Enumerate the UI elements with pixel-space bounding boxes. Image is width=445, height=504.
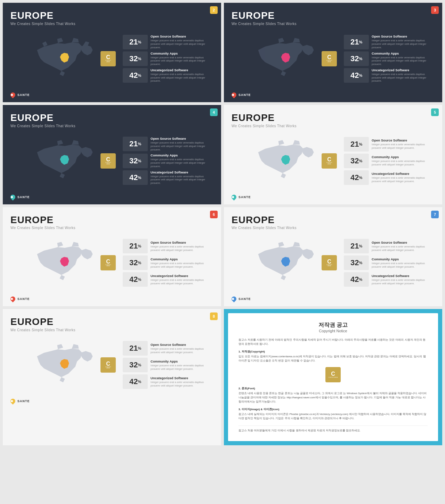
stats-area-4: 21% Open Source Software Integer posuere… xyxy=(344,137,435,185)
slide-footer-4: SANTE xyxy=(232,193,435,200)
location-icon-1 xyxy=(9,91,16,98)
copyright-panel: 저작권 공고 Copyright Notice 컴고스 저료를 사용하기 전에 … xyxy=(224,309,442,445)
copyright-section1-title: 1. 저작권(Copyright) xyxy=(238,350,428,353)
slide-title-2: EUROPE xyxy=(232,10,435,21)
slide-number-2: 3 xyxy=(431,6,439,14)
slide-5: 6 EUROPE We Creates Simple Slides That W… xyxy=(3,207,221,307)
stat-box-1-0: 21% xyxy=(123,35,148,49)
copyright-inner: 저작권 공고 Copyright Notice 컴고스 저료를 사용하기 전에 … xyxy=(228,313,438,441)
location-icon-7 xyxy=(9,398,16,405)
slide-number-3: 4 xyxy=(210,108,218,116)
copyright-footer: 컴고스 처용 여러분들에게 가진 이에서 사항을 원하여서 제공된 자료의 저작… xyxy=(238,425,428,433)
stats-area-2: 21% Open Source Software Integer posuere… xyxy=(344,34,435,83)
slide-number-1: 2 xyxy=(210,6,218,14)
copyright-logo-badge: C CONTENT AREA xyxy=(325,367,341,382)
copyright-section-2: 2. 폰트(Font) 컨텐츠 내에 사용된 전용 폰트는 한글 폰트는 나눔 … xyxy=(238,387,428,404)
slide-number-7: 8 xyxy=(210,312,218,320)
stats-area-3: 21% Open Source Software Integer posuere… xyxy=(123,137,213,185)
slide-subtitle-6: We Creates Simple Slides That Works xyxy=(232,226,435,230)
slide-title-7: EUROPE xyxy=(10,317,213,327)
slide-title-4: EUROPE xyxy=(232,113,435,123)
map-area-3: C CONTENTAREA xyxy=(10,131,119,190)
slide-footer-6: SANTE xyxy=(232,295,435,301)
copyright-section2-title: 2. 폰트(Font) xyxy=(238,387,428,390)
slide-title-3: EUROPE xyxy=(10,113,213,123)
slide-2: 3 EUROPE We Creates Simple Slides That W… xyxy=(224,3,442,102)
stat-box-1-1: 32% xyxy=(123,51,148,66)
logo-badge-2: C CONTENTAREA xyxy=(322,51,337,66)
stats-area-7: 21% Open Source Software Integer posuere… xyxy=(123,341,213,389)
slide-subtitle-2: We Creates Simple Slides That Works xyxy=(232,22,435,26)
stats-area-5: 21% Open Source Software Integer posuere… xyxy=(123,239,213,287)
slide-footer-3: SANTE xyxy=(10,193,213,200)
copyright-section1-body: 입도 모든 자료는 컴페이지(www.contentarea.co.kr)에 저… xyxy=(238,355,428,363)
slide-footer-2: SANTE xyxy=(232,91,435,97)
slide-6: 7 EUROPE We Creates Simple Slides That W… xyxy=(224,207,442,307)
stat-row-1-1: 32% Community Apps Integer posuere erat … xyxy=(123,51,213,66)
slide-footer-1: SANTE xyxy=(10,91,213,97)
copyright-section3-title: 3. 이미지(Image) & 아이콘(Icon) xyxy=(238,407,428,411)
slide-subtitle-7: We Creates Simple Slides That Works xyxy=(10,328,213,332)
location-icon-3 xyxy=(9,194,16,201)
slide-footer-7: SANTE xyxy=(10,397,213,404)
map-area-4: C CONTENTAREA xyxy=(232,131,340,190)
logo-badge-7: C CONTENTAREA xyxy=(100,357,116,373)
slide-title-6: EUROPE xyxy=(232,215,435,226)
copyright-logo-text: CONTENT AREA xyxy=(329,377,338,378)
slide-3: 4 EUROPE We Creates Simple Slides That W… xyxy=(3,105,221,204)
logo-badge-4: C CONTENTAREA xyxy=(322,153,337,169)
stats-area-6: 21% Open Source Software Integer posuere… xyxy=(344,239,435,287)
slide-4: 5 EUROPE We Creates Simple Slides That W… xyxy=(224,105,442,204)
slide-1: 2 EUROPE We Creates Simple Slides That W… xyxy=(3,3,221,102)
copyright-title-kr: 저작권 공고 xyxy=(238,322,428,329)
map-area-5: C CONTENTAREA xyxy=(10,233,119,292)
stat-box-1-2: 42% xyxy=(123,68,148,83)
logo-badge-1: C CONTENTAREA xyxy=(100,51,116,66)
copyright-logo-c: C xyxy=(331,371,335,377)
slide-7: 8 EUROPE We Creates Simple Slides That W… xyxy=(3,309,221,445)
logo-badge-6: C CONTENTAREA xyxy=(322,255,337,270)
slide-footer-5: SANTE xyxy=(10,295,213,301)
map-area-6: C CONTENTAREA xyxy=(232,233,340,292)
map-area-2: C CONTENTAREA xyxy=(232,29,340,88)
location-icon-4 xyxy=(230,194,237,201)
slide-number-4: 5 xyxy=(431,108,439,116)
copyright-section3-body: 컴고스 내에 실재되는 이미지의 아이콘은 Phoebe (phoebe.co.… xyxy=(238,412,428,421)
location-icon-6 xyxy=(230,295,237,302)
slide-subtitle-4: We Creates Simple Slides That Works xyxy=(232,124,435,128)
map-area-7: C CONTENTAREA xyxy=(10,335,119,395)
logo-badge-3: C CONTENTAREA xyxy=(100,153,116,169)
location-icon-5 xyxy=(9,295,16,302)
slide-number-6: 7 xyxy=(431,211,439,218)
copyright-intro: 컴고스 저료를 사용하기 전에 아래의 법적인 주의사항을 자세히 읽어 주시기… xyxy=(238,338,428,346)
copyright-section2-body: 컨텐츠 내에 사용된 전용 폰트는 한글 폰트는 나눔 글꼴로 미네소타, 그 … xyxy=(238,391,428,404)
copyright-title-en: Copyright Notice xyxy=(238,329,428,333)
logo-badge-5: C CONTENTAREA xyxy=(100,255,116,270)
location-icon-2 xyxy=(230,91,237,98)
stat-row-1-0: 21% Open Source Software Integer posuere… xyxy=(123,34,213,49)
map-area-1: C CONTENTAREA xyxy=(10,29,119,88)
copyright-logo-center: C CONTENT AREA xyxy=(238,367,428,382)
slide-subtitle-5: We Creates Simple Slides That Works xyxy=(10,226,213,230)
copyright-section-1: 1. 저작권(Copyright) 입도 모든 자료는 컴페이지(www.con… xyxy=(238,350,428,363)
slide-title-1: EUROPE xyxy=(10,10,213,21)
slide-title-5: EUROPE xyxy=(10,215,213,226)
stat-row-1-2: 42% Uncategorized Software Integer posue… xyxy=(123,68,213,83)
stats-area-1: 21% Open Source Software Integer posuere… xyxy=(123,34,213,83)
slides-grid: 2 EUROPE We Creates Simple Slides That W… xyxy=(0,0,445,448)
slide-number-5: 6 xyxy=(210,211,218,218)
copyright-section-3: 3. 이미지(Image) & 아이콘(Icon) 컴고스 내에 실재되는 이미… xyxy=(238,407,428,421)
copyright-footer-text: 컴고스 처용 여러분들에게 가진 이에서 사항을 원하여서 제공된 자료의 저작… xyxy=(238,429,428,433)
slide-subtitle-3: We Creates Simple Slides That Works xyxy=(10,124,213,128)
slide-subtitle-1: We Creates Simple Slides That Works xyxy=(10,22,213,26)
